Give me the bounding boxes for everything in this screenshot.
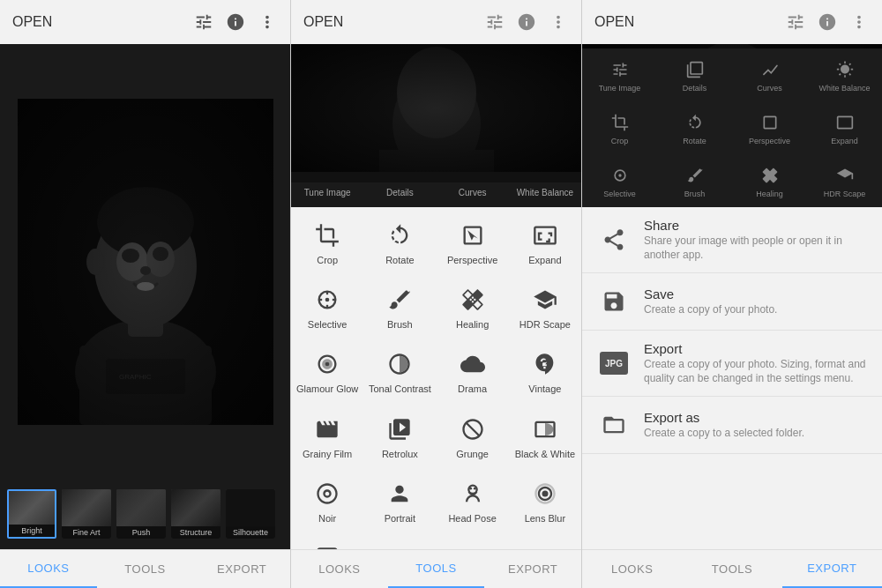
tab-export-1[interactable]: EXPORT bbox=[193, 550, 290, 588]
tool-hdr[interactable]: HDR Scape bbox=[509, 280, 581, 334]
tool-lensblur[interactable]: Lens Blur bbox=[509, 474, 581, 528]
dark-tool-curves: Curves bbox=[757, 84, 782, 93]
tab-looks-2[interactable]: LOOKS bbox=[291, 550, 388, 588]
share-title: Share bbox=[644, 218, 868, 233]
tab-tools-2[interactable]: TOOLS bbox=[388, 550, 485, 588]
tool-bw[interactable]: Black & White bbox=[509, 410, 581, 464]
tool-noir[interactable]: Noir bbox=[291, 474, 363, 528]
thumbnail-bright[interactable]: Bright bbox=[7, 489, 56, 539]
thumbnail-structure-label: Structure bbox=[171, 526, 220, 539]
tune-icon[interactable] bbox=[193, 11, 214, 33]
tool-frames[interactable]: Frames bbox=[509, 539, 581, 549]
export-save-item[interactable]: Save Create a copy of your photo. bbox=[582, 273, 882, 331]
export-desc: Create a copy of your photo. Sizing, for… bbox=[644, 358, 868, 385]
tool-lensblur-label: Lens Blur bbox=[525, 513, 565, 525]
tool-vintage[interactable]: Vintage bbox=[509, 345, 581, 398]
grunge-icon bbox=[457, 413, 489, 445]
selective-icon bbox=[311, 284, 343, 316]
thumbnail-structure[interactable]: Structure bbox=[171, 489, 220, 539]
tool-perspective[interactable]: Perspective bbox=[437, 216, 509, 270]
dark-tool-brush: Brush bbox=[684, 190, 706, 198]
tab-export-3[interactable]: EXPORT bbox=[782, 550, 882, 588]
thumbnail-bright-label: Bright bbox=[9, 525, 55, 537]
tool-header-curves[interactable]: Curves bbox=[437, 188, 509, 202]
panel3-info-icon[interactable] bbox=[817, 11, 838, 33]
tab-tools-1[interactable]: TOOLS bbox=[97, 550, 194, 588]
tools-row-1: Crop Rotate Perspective bbox=[291, 211, 581, 275]
dark-tool-selective: Selective bbox=[603, 190, 636, 198]
share-icon bbox=[596, 222, 632, 257]
tools-row-4: Grainy Film Retrolux Grunge bbox=[291, 405, 581, 469]
tool-noir-label: Noir bbox=[318, 513, 336, 525]
vintage-icon bbox=[529, 348, 561, 380]
panel-tools: OPEN bbox=[291, 0, 582, 588]
export-export-item[interactable]: JPG Export Create a copy of your photo. … bbox=[582, 331, 882, 397]
thumbnail-silhouette[interactable]: Silhouette bbox=[226, 489, 275, 539]
tab-looks-1[interactable]: LOOKS bbox=[0, 550, 97, 588]
tool-healing-label: Healing bbox=[456, 319, 489, 331]
glamour-icon bbox=[311, 348, 343, 380]
export-exportas-item[interactable]: Export as Create a copy to a selected fo… bbox=[582, 397, 882, 454]
tool-brush[interactable]: Brush bbox=[363, 280, 436, 334]
tool-rotate-label: Rotate bbox=[385, 255, 414, 266]
tab-export-2[interactable]: EXPORT bbox=[484, 550, 581, 588]
tool-grunge[interactable]: Grunge bbox=[437, 410, 509, 464]
tool-retrolux[interactable]: Retrolux bbox=[363, 410, 436, 464]
thumbnail-fineart-label: Fine Art bbox=[62, 526, 111, 539]
tools-row-6: Vignette Double Exposure Text bbox=[291, 533, 581, 549]
rotate-icon bbox=[384, 220, 415, 251]
panel2-info-icon[interactable] bbox=[516, 11, 537, 33]
tool-bw-label: Black & White bbox=[515, 449, 575, 460]
panel2-tune-icon[interactable] bbox=[484, 11, 505, 33]
dark-tool-expand: Expand bbox=[831, 137, 858, 145]
thumbnail-strip: Bright Fine Art Push Structure Silhouett… bbox=[0, 479, 290, 549]
tool-double[interactable]: Double Exposure bbox=[363, 539, 436, 549]
panel2-more-icon[interactable] bbox=[548, 11, 569, 33]
panel3-more-icon[interactable] bbox=[848, 11, 870, 33]
tool-portrait-label: Portrait bbox=[385, 513, 415, 525]
panel1-tabs: LOOKS TOOLS EXPORT bbox=[0, 549, 290, 588]
tool-header-wb[interactable]: White Balance bbox=[509, 188, 581, 202]
bw-icon bbox=[529, 413, 561, 445]
more-icon[interactable] bbox=[257, 11, 278, 33]
tool-drama[interactable]: Drama bbox=[437, 345, 509, 398]
tool-vignette[interactable]: Vignette bbox=[291, 539, 363, 549]
thumbnail-fineart[interactable]: Fine Art bbox=[62, 489, 111, 539]
info-icon[interactable] bbox=[225, 11, 246, 33]
panel3-tune-icon[interactable] bbox=[785, 11, 806, 33]
tool-grunge-label: Grunge bbox=[456, 449, 489, 460]
tool-headpose[interactable]: Head Pose bbox=[437, 474, 509, 528]
tool-rotate[interactable]: Rotate bbox=[363, 216, 436, 270]
dark-tool-rotate: Rotate bbox=[683, 137, 706, 145]
thumbnail-push[interactable]: Push bbox=[116, 489, 166, 539]
tab-tools-3[interactable]: TOOLS bbox=[682, 550, 781, 588]
dark-tool-perspective: Perspective bbox=[749, 137, 790, 145]
panel1-header: OPEN bbox=[0, 0, 290, 44]
tool-expand[interactable]: Expand bbox=[509, 216, 581, 270]
tool-glamour-label: Glamour Glow bbox=[296, 383, 358, 395]
save-desc: Create a copy of your photo. bbox=[644, 303, 868, 317]
drama-icon bbox=[457, 348, 489, 380]
export-share-item[interactable]: Share Share your image with people or op… bbox=[582, 207, 882, 273]
tool-portrait[interactable]: Portrait bbox=[363, 474, 436, 528]
panel2-title: OPEN bbox=[303, 14, 484, 30]
tool-glamour[interactable]: Glamour Glow bbox=[291, 345, 363, 398]
tool-selective[interactable]: Selective bbox=[291, 280, 363, 334]
panel2-photo-area: Tune Image Details Curves White Balance bbox=[291, 44, 581, 207]
tool-text[interactable]: Text bbox=[437, 539, 509, 549]
tool-header-tune[interactable]: Tune Image bbox=[291, 188, 363, 202]
noir-icon bbox=[311, 478, 343, 510]
dark-tool-tune: Tune Image bbox=[599, 84, 641, 93]
tool-header-details[interactable]: Details bbox=[363, 188, 436, 202]
svg-point-29 bbox=[469, 488, 472, 490]
svg-rect-20 bbox=[291, 44, 581, 172]
svg-point-22 bbox=[325, 298, 330, 302]
tab-looks-3[interactable]: LOOKS bbox=[582, 550, 682, 588]
tool-healing[interactable]: Healing bbox=[437, 280, 509, 334]
tool-crop[interactable]: Crop bbox=[291, 216, 363, 270]
panel1-photo-area: GRAPHIC bbox=[0, 44, 290, 479]
child-photo: GRAPHIC bbox=[18, 99, 273, 425]
tool-grainy[interactable]: Grainy Film bbox=[291, 410, 363, 464]
tools-row-3: Glamour Glow Tonal Contrast Drama bbox=[291, 339, 581, 404]
tool-tonal[interactable]: Tonal Contrast bbox=[363, 345, 436, 398]
